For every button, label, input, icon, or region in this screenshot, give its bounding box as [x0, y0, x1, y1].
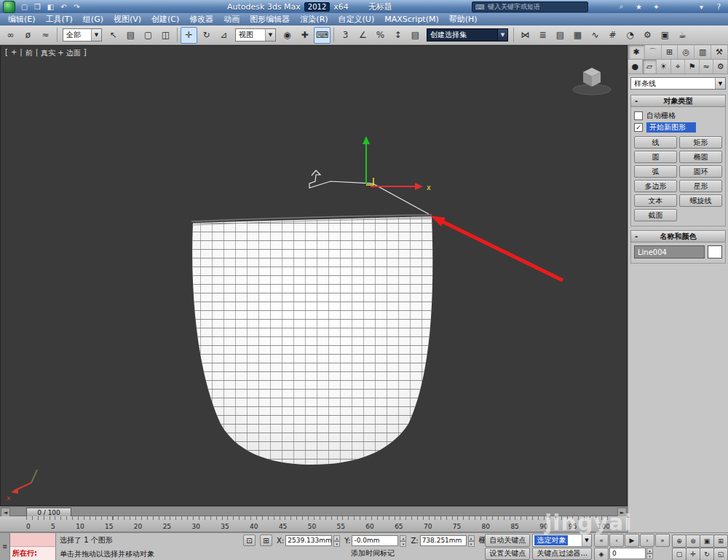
menu-views[interactable]: 视图(V) [108, 14, 146, 25]
collapse-icon[interactable]: - [635, 97, 638, 105]
select-and-manipulate-icon[interactable]: ✚ [296, 27, 313, 44]
render-production-icon[interactable]: ☕ [674, 27, 691, 44]
mirror-icon[interactable]: ⋈ [517, 27, 534, 44]
select-and-link-icon[interactable]: ∞ [2, 27, 19, 44]
object-name-field[interactable]: Line004 [634, 245, 705, 259]
material-editor-icon[interactable]: ◔ [622, 27, 638, 44]
transform-gizmo[interactable]: x [363, 136, 431, 192]
chevron-down-icon[interactable]: ▼ [497, 29, 507, 41]
menu-edit[interactable]: 编辑(E) [3, 14, 41, 25]
track-bar[interactable]: 0510152025303540455055606570758085909510… [0, 516, 628, 532]
set-key-button[interactable]: 设置关键点 [485, 548, 530, 560]
menu-create[interactable]: 创建(C) [146, 14, 184, 25]
save-file-icon[interactable]: ◧ [44, 1, 57, 12]
redo-icon[interactable]: ↷ [71, 1, 83, 12]
orbit-icon[interactable]: ↻ [700, 548, 714, 560]
infocenter-search-input[interactable]: ⌨ 键入关键字或短语 [472, 1, 588, 12]
keyboard-override-icon[interactable]: ⌨ [314, 27, 331, 44]
y-spinner[interactable]: ▴▾ [400, 535, 406, 546]
prev-frame-icon[interactable]: ‹ [609, 534, 624, 547]
zoom-icon[interactable]: ⊕ [672, 535, 687, 548]
profile-spline[interactable] [309, 170, 429, 214]
search-icon[interactable]: ⌕ [615, 1, 628, 12]
help-icon[interactable]: ? [713, 1, 725, 12]
unlink-selection-icon[interactable]: ø [20, 27, 36, 44]
tab-display-icon[interactable]: ▥ [695, 45, 711, 59]
add-time-tag[interactable]: 添加时间标记 [351, 548, 395, 559]
chevron-down-icon[interactable]: ▼ [91, 29, 101, 41]
edit-named-sets-icon[interactable]: ▤ [407, 27, 424, 44]
button-donut[interactable]: 圆环 [679, 165, 722, 178]
button-section[interactable]: 截面 [634, 209, 677, 221]
viewport-shading-menu[interactable]: 真实 + 边面 [41, 48, 81, 58]
rendered-frame-icon[interactable]: ▣ [657, 27, 673, 44]
x-spinner[interactable]: ▴▾ [333, 535, 340, 546]
shape-category-dropdown[interactable]: 样条线 ▼ [630, 77, 726, 90]
undo-icon[interactable]: ↶ [58, 1, 70, 12]
signin-menu-icon[interactable]: ▾ [695, 1, 708, 12]
tab-modify-icon[interactable]: ⌒ [645, 45, 662, 59]
zoom-all-icon[interactable]: ⊛ [686, 535, 700, 548]
category-helpers-icon[interactable]: ⚑ [685, 60, 700, 74]
z-spinner[interactable]: ▴▾ [468, 535, 475, 546]
category-systems-icon[interactable]: ⚙ [713, 60, 728, 74]
maxscript-listener-icon[interactable]: ≣ [0, 533, 10, 560]
schematic-view-icon[interactable]: # [604, 27, 621, 44]
menu-modifiers[interactable]: 修改器 [184, 14, 218, 25]
key-filter-selection-dropdown[interactable]: 选定对象 ▼ [532, 534, 592, 547]
percent-snap-icon[interactable]: % [372, 27, 389, 44]
category-geometry-icon[interactable]: ● [628, 60, 643, 74]
play-icon[interactable]: ▶ [625, 534, 639, 547]
graphite-ribbon-icon[interactable]: ▦ [569, 27, 586, 44]
next-frame-icon[interactable]: › [640, 534, 654, 547]
menu-animation[interactable]: 动画 [218, 14, 245, 25]
spinner-snap-icon[interactable]: ↕ [389, 27, 406, 44]
tab-utilities-icon[interactable]: ⚒ [711, 45, 728, 59]
viewport-pov-menu[interactable]: 前 [25, 48, 33, 58]
render-setup-icon[interactable]: ⚙ [639, 27, 656, 44]
start-new-shape-label[interactable]: 开始新图形 [646, 122, 696, 133]
zoom-extents-icon[interactable]: ▣ [700, 535, 714, 548]
menu-help[interactable]: 帮助(H) [444, 14, 483, 25]
chevron-down-icon[interactable]: ▼ [715, 78, 725, 89]
button-star[interactable]: 星形 [679, 180, 722, 192]
3ds-max-logo-icon[interactable] [3, 1, 15, 13]
go-to-end-icon[interactable]: » [655, 534, 670, 547]
maxscript-mini-listener[interactable]: ≣ 所在行: [0, 533, 56, 560]
chevron-down-icon[interactable]: ▼ [265, 29, 275, 41]
listener-script-row[interactable]: 所在行: [10, 547, 55, 560]
button-circle[interactable]: 圆 [634, 151, 677, 163]
menu-tools[interactable]: 工具(T) [41, 14, 78, 25]
open-file-icon[interactable]: ❒ [31, 1, 44, 12]
selection-region-icon[interactable]: ▢ [140, 27, 157, 44]
button-ellipse[interactable]: 椭圆 [679, 151, 722, 163]
cup-wireframe-object[interactable] [189, 214, 435, 466]
select-and-rotate-icon[interactable]: ↻ [198, 27, 215, 44]
name-color-rollout-header[interactable]: - 名称和颜色 [630, 230, 726, 242]
key-mode-toggle-icon[interactable]: ◈ [594, 548, 609, 560]
zoom-region-icon[interactable]: ▢ [672, 548, 687, 560]
autogrid-checkbox[interactable] [634, 111, 643, 120]
button-line[interactable]: 线 [634, 136, 677, 149]
select-object-icon[interactable]: ↖ [105, 27, 122, 44]
category-lights-icon[interactable]: ☀ [657, 60, 671, 74]
category-cameras-icon[interactable]: ⌖ [671, 60, 686, 74]
collapse-icon[interactable]: - [635, 232, 638, 240]
object-color-swatch[interactable] [708, 245, 722, 259]
tab-motion-icon[interactable]: ◎ [678, 45, 695, 59]
tab-hierarchy-icon[interactable]: ⊞ [662, 45, 678, 59]
named-selection-sets-dropdown[interactable]: 创建选择集 ▼ [427, 28, 508, 42]
zoom-extents-all-icon[interactable]: ⊞ [713, 535, 728, 548]
y-input[interactable]: -0.0mm [352, 535, 398, 546]
category-shapes-icon[interactable]: ▱ [643, 60, 657, 74]
front-viewport[interactable]: [ + | 前 | 真实 + 边面 ] x [0, 45, 628, 506]
viewport-general-menu[interactable]: + [11, 48, 17, 58]
angle-snap-icon[interactable]: ∠ [355, 27, 371, 44]
maximize-viewport-icon[interactable]: ◱ [713, 548, 728, 560]
x-input[interactable]: 2539.133mm [285, 535, 332, 546]
communication-center-icon[interactable]: ✦ [650, 1, 662, 12]
layer-manager-icon[interactable]: ▤ [552, 27, 569, 44]
select-and-move-icon[interactable]: ✛ [181, 27, 197, 44]
start-new-shape-checkbox[interactable]: ✓ [634, 123, 643, 132]
selection-lock-icon[interactable]: ⊡ [243, 535, 256, 546]
